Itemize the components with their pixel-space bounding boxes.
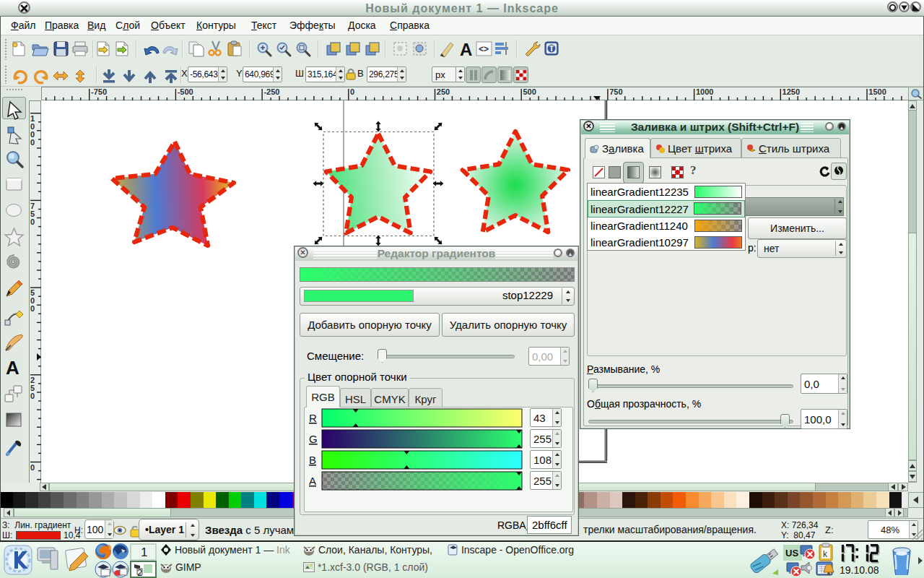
svg-text:A: A xyxy=(6,357,19,379)
svg-text:R: R xyxy=(309,412,317,424)
svg-text:0: 0 xyxy=(30,304,35,313)
svg-text:250: 250 xyxy=(437,87,450,96)
svg-text:2: 2 xyxy=(137,567,142,578)
svg-text:1: 1 xyxy=(141,545,147,559)
svg-text:500: 500 xyxy=(523,87,536,96)
svg-text:T: T xyxy=(549,45,554,53)
svg-text:A: A xyxy=(460,40,472,59)
svg-text:0: 0 xyxy=(30,138,35,147)
svg-text:0: 0 xyxy=(30,463,35,472)
svg-text:<>: <> xyxy=(479,44,489,54)
svg-text:1000: 1000 xyxy=(696,87,713,96)
svg-text:0: 0 xyxy=(30,392,35,400)
svg-text:-750: -750 xyxy=(91,87,107,96)
svg-text:-500: -500 xyxy=(178,87,193,96)
svg-text:-250: -250 xyxy=(263,87,279,96)
svg-text:750: 750 xyxy=(609,87,622,96)
svg-text:1500: 1500 xyxy=(868,87,886,96)
svg-text:0: 0 xyxy=(30,217,35,226)
svg-text:k: k xyxy=(823,549,828,559)
svg-text:A: A xyxy=(309,475,316,487)
svg-text:B: B xyxy=(309,454,316,466)
svg-text:US: US xyxy=(785,548,798,558)
svg-text:G: G xyxy=(309,433,318,445)
svg-text:1250: 1250 xyxy=(783,87,800,96)
svg-text:0: 0 xyxy=(350,87,354,96)
